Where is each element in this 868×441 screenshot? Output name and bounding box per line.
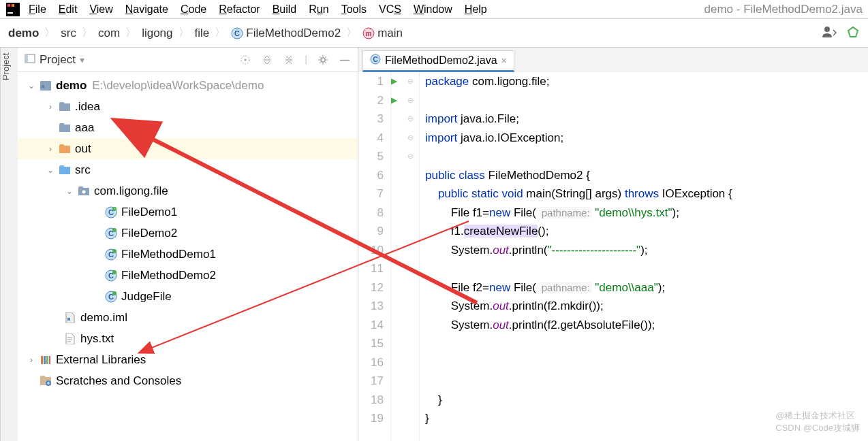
folder-icon <box>57 102 72 111</box>
svg-rect-3 <box>12 4 14 7</box>
menu-window[interactable]: Window <box>414 3 452 16</box>
minimize-icon[interactable]: — <box>339 54 351 66</box>
menu-navigate[interactable]: Navigate <box>125 3 168 16</box>
crumb-com[interactable]: com <box>98 27 120 40</box>
menu-refactor[interactable]: Refactor <box>219 3 260 16</box>
tree-iml[interactable]: demo.iml <box>18 307 358 328</box>
menu-vcs[interactable]: VCS <box>379 3 401 16</box>
method-icon: m <box>362 27 375 39</box>
menu-view[interactable]: View <box>89 3 112 16</box>
tree-aaa[interactable]: aaa <box>18 117 358 138</box>
intellij-logo-icon <box>5 2 20 17</box>
svg-point-28 <box>112 270 117 274</box>
class-icon: C <box>370 54 381 67</box>
editor-tab[interactable]: C FileMethodDemo2.java × <box>362 50 514 72</box>
folder-src-icon <box>57 165 72 174</box>
svg-rect-2 <box>7 4 10 7</box>
user-icon[interactable] <box>822 25 837 41</box>
crumb-ligong[interactable]: ligong <box>142 27 172 40</box>
expand-all-icon[interactable] <box>261 54 273 66</box>
breadcrumb: demo 〉 src 〉 com 〉 ligong 〉 file 〉 C Fil… <box>0 19 868 48</box>
svg-text:C: C <box>373 56 377 63</box>
code-editor[interactable]: 12345678910111213141516171819 ▶ ▶ ⊖⊖⊖⊖⊖ … <box>358 72 868 441</box>
run-icon[interactable]: ▶ <box>391 72 407 91</box>
run-icon[interactable]: ▶ <box>391 91 407 110</box>
svg-point-8 <box>824 27 830 32</box>
folder-icon <box>57 123 72 132</box>
menu-file[interactable]: File <box>29 3 46 16</box>
project-tool-tab[interactable]: Project <box>0 48 18 441</box>
tree-scratches[interactable]: Scratches and Consoles <box>18 370 358 391</box>
chevron-right-icon[interactable]: › <box>25 355 38 365</box>
class-icon: C <box>104 291 119 303</box>
tree-root[interactable]: ⌄ demo E:\develop\ideaWorkSpace\demo <box>18 75 358 96</box>
tree-file-4[interactable]: C JudgeFile <box>18 286 358 307</box>
menu-run[interactable]: Run <box>309 3 328 16</box>
tree-file-0[interactable]: C FileDemo1 <box>18 201 358 223</box>
tree-out[interactable]: › out <box>18 138 358 159</box>
module-icon <box>38 81 53 91</box>
chevron-right-icon[interactable]: › <box>44 102 57 112</box>
crumb-src[interactable]: src <box>61 27 76 40</box>
chevron-down-icon[interactable]: ⌄ <box>44 165 57 175</box>
folder-out-icon <box>57 144 72 153</box>
class-icon: C <box>104 270 119 282</box>
run-gutter[interactable]: ▶ ▶ <box>391 72 407 441</box>
class-icon: C <box>104 227 119 240</box>
svg-rect-39 <box>49 356 50 364</box>
file-icon <box>63 312 78 323</box>
package-icon <box>76 186 91 195</box>
menu-build[interactable]: Build <box>273 3 297 16</box>
scratches-icon <box>38 376 53 387</box>
menu-tools[interactable]: Tools <box>341 3 367 16</box>
window-title: demo - FileMethodDemo2.java <box>704 3 863 16</box>
svg-rect-1 <box>7 12 13 14</box>
menu-code[interactable]: Code <box>181 3 206 16</box>
svg-text:m: m <box>366 30 372 37</box>
tree-hys[interactable]: hys.txt <box>18 328 358 349</box>
project-view-icon <box>25 54 35 65</box>
svg-rect-32 <box>67 318 70 321</box>
crumb-class[interactable]: FileMethodDemo2 <box>246 27 341 40</box>
chevron-down-icon[interactable]: ⌄ <box>63 186 76 196</box>
libraries-icon <box>38 355 53 365</box>
line-gutter: 12345678910111213141516171819 <box>358 72 391 441</box>
gear-icon[interactable] <box>317 54 329 66</box>
tree-file-3[interactable]: C FileMethodDemo2 <box>18 265 358 286</box>
menu-edit[interactable]: Edit <box>59 3 78 16</box>
svg-rect-38 <box>46 356 48 364</box>
svg-rect-36 <box>41 356 43 364</box>
chevron-right-icon[interactable]: › <box>44 144 57 154</box>
tree-file-1[interactable]: C FileDemo2 <box>18 223 358 244</box>
tree-external[interactable]: › External Libraries <box>18 349 358 370</box>
build-icon[interactable] <box>846 25 860 41</box>
panel-title[interactable]: Project <box>40 53 76 67</box>
crumb-demo[interactable]: demo <box>8 27 39 40</box>
svg-point-25 <box>112 249 117 253</box>
close-icon[interactable]: × <box>501 55 507 66</box>
class-icon: C <box>104 248 119 261</box>
crumb-main[interactable]: main <box>377 27 403 40</box>
svg-rect-15 <box>42 85 44 88</box>
watermark: @稀土掘金技术社区 CSDN @Code攻城狮 <box>775 410 860 434</box>
tree-package[interactable]: ⌄ com.ligong.file <box>18 180 358 201</box>
code-content[interactable]: package com.ligong.file; import java.io.… <box>420 72 868 441</box>
svg-text:C: C <box>234 29 240 37</box>
tree-idea[interactable]: › .idea <box>18 96 358 117</box>
svg-rect-37 <box>44 356 46 364</box>
tree-file-2[interactable]: C FileMethodDemo1 <box>18 244 358 265</box>
tab-label: FileMethodDemo2.java <box>385 54 497 67</box>
crumb-file[interactable]: file <box>195 27 210 40</box>
locate-icon[interactable] <box>239 54 251 66</box>
fold-gutter[interactable]: ⊖⊖⊖⊖⊖ <box>407 72 420 441</box>
tree-src[interactable]: ⌄ src <box>18 159 358 180</box>
dropdown-icon[interactable]: ▾ <box>80 54 84 65</box>
menu-help[interactable]: Help <box>465 3 487 16</box>
collapse-all-icon[interactable] <box>283 54 295 66</box>
project-tree[interactable]: ⌄ demo E:\develop\ideaWorkSpace\demo › .… <box>18 72 358 441</box>
svg-rect-10 <box>25 54 28 63</box>
chevron-down-icon[interactable]: ⌄ <box>25 81 38 91</box>
svg-point-12 <box>245 59 247 61</box>
svg-point-31 <box>112 291 117 295</box>
svg-point-13 <box>321 58 325 62</box>
